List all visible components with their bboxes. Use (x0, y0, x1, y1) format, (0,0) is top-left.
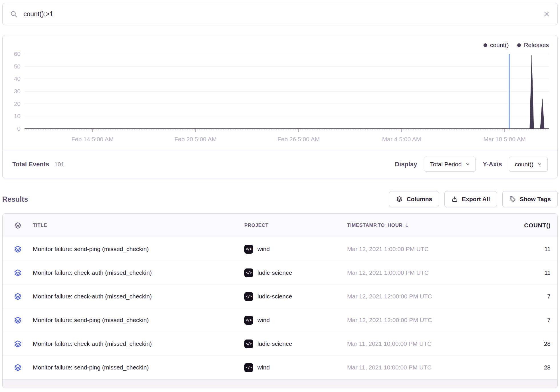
display-select-value: Total Period (430, 161, 462, 168)
table-header-row: TITLE PROJECT TIMESTAMP.TO_HOUR COUNT() (3, 214, 557, 237)
code-platform-icon: </> (244, 292, 253, 301)
project-cell: </> wind (244, 316, 347, 325)
column-header-timestamp[interactable]: TIMESTAMP.TO_HOUR (347, 223, 489, 228)
column-header-title[interactable]: TITLE (33, 223, 244, 228)
events-chart[interactable]: 0102030405060Feb 14 5:00 AMFeb 20 5:00 A… (3, 35, 557, 150)
legend-label-releases: Releases (524, 42, 549, 49)
close-icon[interactable] (543, 11, 550, 17)
table-row[interactable]: Monitor failure: check-auth (missed_chec… (3, 332, 557, 356)
stack-row-icon (3, 245, 33, 253)
svg-text:50: 50 (14, 63, 21, 70)
column-header-timestamp-label: TIMESTAMP.TO_HOUR (347, 223, 402, 228)
legend-dot-releases-icon (517, 43, 521, 47)
stack-row-icon (3, 316, 33, 324)
event-title-link[interactable]: Monitor failure: check-auth (missed_chec… (33, 293, 244, 300)
svg-text:0: 0 (17, 125, 21, 132)
results-header: Results Columns Export All (2, 191, 558, 208)
results-table: TITLE PROJECT TIMESTAMP.TO_HOUR COUNT() … (2, 213, 558, 388)
sort-desc-arrow-icon (404, 223, 410, 228)
legend-item-count[interactable]: count() (484, 42, 509, 49)
svg-text:30: 30 (14, 88, 21, 94)
show-tags-button[interactable]: Show Tags (502, 191, 558, 207)
project-name: wind (257, 317, 270, 324)
timestamp-value: Mar 12, 2021 1:00:00 PM UTC (347, 246, 489, 252)
project-name: wind (257, 246, 270, 252)
svg-text:10: 10 (14, 113, 21, 119)
svg-text:Feb 20 5:00 AM: Feb 20 5:00 AM (174, 136, 217, 142)
results-actions: Columns Export All Show Tags (389, 191, 558, 207)
total-events-label: Total Events (12, 161, 49, 168)
search-bar-input[interactable]: count():>1 (2, 3, 558, 25)
svg-text:Mar 10 5:00 AM: Mar 10 5:00 AM (484, 136, 526, 142)
stack-header-icon[interactable] (3, 222, 33, 229)
table-row[interactable]: Monitor failure: send-ping (missed_check… (3, 237, 557, 261)
svg-text:Mar 4 5:00 AM: Mar 4 5:00 AM (382, 136, 421, 142)
count-value: 28 (489, 364, 557, 371)
column-header-count[interactable]: COUNT() (489, 222, 557, 229)
project-cell: </> ludic-science (244, 268, 347, 277)
display-select[interactable]: Total Period (424, 157, 476, 172)
event-title-link[interactable]: Monitor failure: check-auth (missed_chec… (33, 269, 244, 276)
export-all-button-label: Export All (462, 196, 490, 203)
legend-item-releases[interactable]: Releases (517, 42, 549, 49)
count-value: 7 (489, 293, 557, 300)
event-title-link[interactable]: Monitor failure: send-ping (missed_check… (33, 364, 244, 371)
code-platform-icon: </> (244, 245, 253, 254)
svg-text:Feb 26 5:00 AM: Feb 26 5:00 AM (277, 136, 320, 142)
count-value: 11 (489, 246, 557, 252)
total-events: Total Events 101 (12, 161, 64, 168)
y-axis-label: Y-Axis (483, 161, 502, 168)
export-all-button[interactable]: Export All (444, 191, 497, 207)
event-title-link[interactable]: Monitor failure: send-ping (missed_check… (33, 246, 244, 252)
count-value: 11 (489, 269, 557, 276)
chart-controls: Display Total Period Y-Axis count() (395, 157, 548, 172)
events-chart-card: count() Releases 0102030405060Feb 14 5:0… (2, 35, 558, 178)
timestamp-value: Mar 11, 2021 10:00:00 PM UTC (347, 340, 489, 347)
stack-row-icon (3, 292, 33, 301)
project-cell: </> ludic-science (244, 292, 347, 301)
svg-text:Feb 14 5:00 AM: Feb 14 5:00 AM (71, 136, 114, 142)
columns-button[interactable]: Columns (389, 191, 439, 207)
total-events-value: 101 (54, 161, 64, 168)
event-title-link[interactable]: Monitor failure: check-auth (missed_chec… (33, 340, 244, 347)
timestamp-value: Mar 12, 2021 12:00:00 PM UTC (347, 317, 489, 324)
timestamp-value: Mar 12, 2021 12:00:00 PM UTC (347, 293, 489, 300)
columns-button-label: Columns (406, 196, 432, 203)
display-label: Display (395, 161, 417, 168)
y-axis-select-value: count() (515, 161, 533, 168)
search-query-text: count():>1 (23, 10, 53, 18)
count-value: 28 (489, 340, 557, 347)
table-row[interactable]: Monitor failure: check-auth (missed_chec… (3, 261, 557, 285)
svg-text:60: 60 (14, 50, 21, 57)
show-tags-button-label: Show Tags (520, 196, 551, 203)
event-title-link[interactable]: Monitor failure: send-ping (missed_check… (33, 317, 244, 324)
y-axis-select[interactable]: count() (509, 157, 548, 172)
legend-label-count: count() (490, 42, 509, 49)
project-cell: </> wind (244, 245, 347, 254)
chevron-down-icon (466, 162, 470, 166)
svg-text:20: 20 (14, 100, 21, 107)
table-row[interactable]: Monitor failure: send-ping (missed_check… (3, 308, 557, 332)
svg-text:40: 40 (14, 75, 21, 82)
project-cell: </> wind (244, 363, 347, 372)
chart-legend: count() Releases (484, 42, 549, 49)
table-row[interactable]: Monitor failure: send-ping (missed_check… (3, 356, 557, 379)
layers-icon (396, 196, 403, 203)
count-value: 7 (489, 317, 557, 324)
code-platform-icon: </> (244, 340, 253, 348)
tag-icon (509, 196, 516, 203)
timestamp-value: Mar 12, 2021 1:00:00 PM UTC (347, 269, 489, 276)
download-icon (451, 196, 458, 203)
chevron-down-icon (537, 162, 542, 166)
search-icon (10, 10, 18, 18)
project-name: wind (257, 364, 270, 371)
table-row[interactable]: Monitor failure: check-auth (missed_chec… (3, 285, 557, 308)
column-header-project[interactable]: PROJECT (244, 223, 347, 228)
results-title: Results (2, 195, 28, 203)
code-platform-icon: </> (244, 316, 253, 325)
project-name: ludic-science (257, 340, 292, 347)
stack-row-icon (3, 340, 33, 348)
table-body: Monitor failure: send-ping (missed_check… (3, 237, 557, 379)
legend-dot-count-icon (484, 43, 487, 47)
code-platform-icon: </> (244, 268, 253, 277)
